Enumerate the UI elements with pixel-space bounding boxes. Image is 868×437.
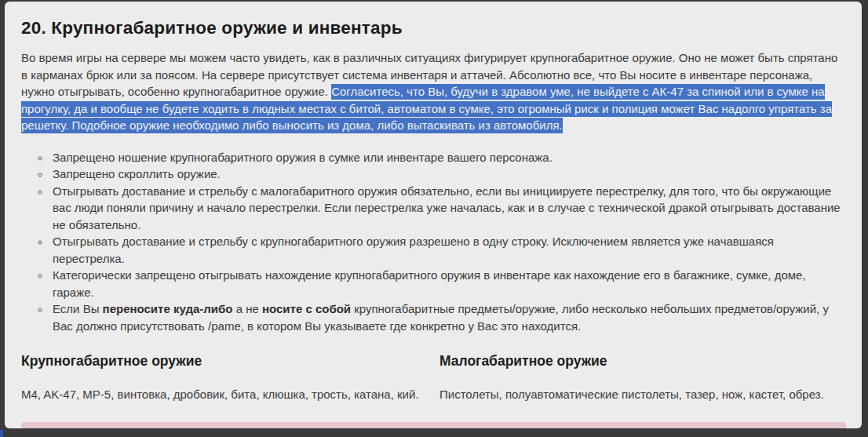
- rule-text-segment: Если Вы: [53, 302, 103, 315]
- intro-paragraph: Во время игры на сервере мы можем часто …: [21, 49, 841, 134]
- rule-item: Отыгрывать доставание и стрельбу с крупн…: [50, 233, 841, 267]
- small-weapons-list: Пистолеты, полуавтоматические пистолеты,…: [439, 387, 841, 402]
- corner-accent: [0, 430, 3, 437]
- rules-page: 20. Крупногабаритное оружие и инвентарь …: [5, 2, 862, 428]
- page-frame: 20. Крупногабаритное оружие и инвентарь …: [0, 0, 868, 437]
- rule-item-carry: Если Вы переносите куда-либо а не носите…: [50, 300, 841, 334]
- rule-item: Отыгрывать доставание и стрельбу с малог…: [50, 183, 841, 234]
- rule-item: Запрещено ношение крупногабаритного оруж…: [50, 149, 841, 166]
- rules-list: Запрещено ношение крупногабаритного оруж…: [21, 149, 841, 335]
- punishment-alert: Блокировка персонажа на 3-15 дней.: [21, 422, 846, 428]
- large-weapons-list: M4, AK-47, MP-5, винтовка, дробовик, бит…: [21, 387, 439, 402]
- large-weapons-heading: Крупногабаритное оружие: [21, 353, 439, 370]
- rule-bold-segment: носите с собой: [262, 302, 351, 315]
- large-weapons-section: Крупногабаритное оружие M4, AK-47, MP-5,…: [21, 353, 439, 402]
- rule-bold-segment: переносите куда-либо: [103, 302, 233, 315]
- rule-item: Запрещено скроллить оружие.: [50, 166, 841, 183]
- small-weapons-heading: Малогабаритное оружие: [439, 353, 841, 370]
- page-title: 20. Крупногабаритное оружие и инвентарь: [21, 17, 841, 39]
- rule-item: Категорически запрещено отыгрывать нахож…: [50, 267, 841, 300]
- weapon-columns: Крупногабаритное оружие M4, AK-47, MP-5,…: [21, 353, 841, 402]
- rule-text-segment: а не: [232, 302, 261, 315]
- small-weapons-section: Малогабаритное оружие Пистолеты, полуавт…: [439, 353, 841, 402]
